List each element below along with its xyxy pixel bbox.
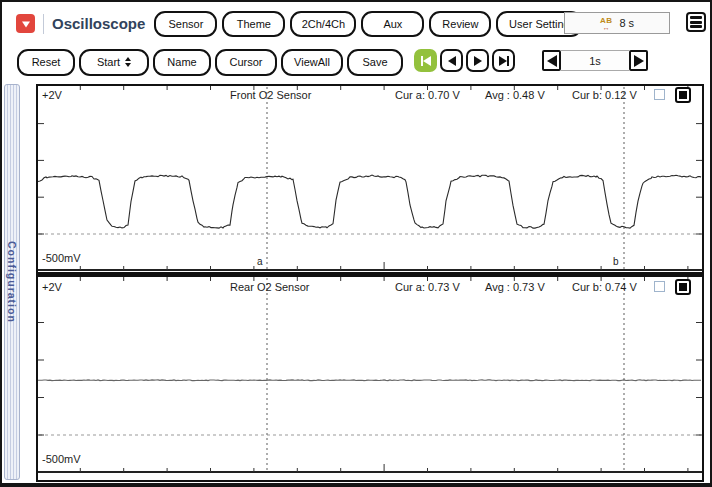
ch1-avg-value: Avg : 0.48 V bbox=[485, 89, 545, 101]
review-button[interactable]: Review bbox=[429, 11, 491, 37]
timebase-decrease-button[interactable] bbox=[542, 50, 561, 71]
channel-mode-button[interactable]: 2Ch/4Ch bbox=[290, 11, 356, 37]
ch1-checkbox[interactable] bbox=[654, 89, 665, 100]
name-button[interactable]: Name bbox=[153, 49, 211, 76]
sensor-button[interactable]: Sensor bbox=[154, 11, 217, 37]
step-back-icon bbox=[448, 56, 456, 66]
scope-display: +2V Front O2 Sensor Cur a: 0.70 V Avg : … bbox=[36, 84, 704, 482]
ch1-range-bottom-label: -500mV bbox=[42, 252, 81, 264]
ab-time-readout: AB ↔ 8 s bbox=[564, 12, 670, 34]
aux-button[interactable]: Aux bbox=[361, 11, 424, 37]
ch1-cursor-a-value: Cur a: 0.70 V bbox=[395, 89, 460, 101]
ab-time-value: 8 s bbox=[619, 17, 634, 29]
timebase-selector: 1s bbox=[542, 50, 648, 71]
ch2-channel-button[interactable] bbox=[675, 279, 691, 295]
ch1-cursor-b-value: Cur b: 0.12 V bbox=[572, 89, 637, 101]
title-divider bbox=[43, 14, 44, 34]
ch2-cursor-b-value: Cur b: 0.74 V bbox=[572, 281, 637, 293]
timebase-increase-button[interactable] bbox=[629, 50, 648, 71]
start-select-button[interactable]: Start bbox=[79, 49, 149, 76]
go-last-button[interactable] bbox=[492, 49, 515, 72]
timebase-value[interactable]: 1s bbox=[561, 50, 629, 71]
left-arrow-icon bbox=[547, 55, 557, 67]
ab-cursor-span-icon: AB ↔ bbox=[600, 17, 613, 30]
ch2-cursor-a-value: Cur a: 0.73 V bbox=[395, 281, 460, 293]
ch1-channel-button[interactable] bbox=[675, 87, 691, 103]
up-down-spinner-icon bbox=[125, 57, 131, 67]
right-arrow-icon bbox=[634, 55, 644, 67]
app-title: Oscilloscope bbox=[52, 15, 145, 32]
go-last-icon bbox=[499, 56, 507, 66]
ch2-title: Rear O2 Sensor bbox=[230, 281, 309, 293]
reset-button[interactable]: Reset bbox=[17, 49, 75, 76]
theme-button[interactable]: Theme bbox=[222, 11, 285, 37]
menu-list-icon[interactable] bbox=[686, 12, 706, 32]
ch1-range-top-label: +2V bbox=[42, 89, 62, 101]
control-toolbar: Reset Start Name Cursor ViewAll Save bbox=[17, 48, 407, 76]
ch2-checkbox[interactable] bbox=[654, 281, 665, 292]
ch2-avg-value: Avg : 0.73 V bbox=[485, 281, 545, 293]
ch2-range-top-label: +2V bbox=[42, 281, 62, 293]
step-forward-button[interactable] bbox=[466, 49, 489, 72]
go-first-button[interactable] bbox=[414, 49, 437, 72]
playback-controls bbox=[414, 49, 518, 72]
cursor-a-marker: a bbox=[257, 256, 263, 267]
front-o2-scope-plot[interactable] bbox=[38, 86, 702, 276]
cursor-button[interactable]: Cursor bbox=[215, 49, 277, 76]
step-back-button[interactable] bbox=[440, 49, 463, 72]
configuration-tab[interactable]: Configuration bbox=[4, 84, 20, 480]
ch2-range-bottom-label: -500mV bbox=[42, 453, 81, 465]
viewall-button[interactable]: ViewAll bbox=[281, 49, 343, 76]
configuration-tab-label: Configuration bbox=[6, 241, 18, 323]
app-dropdown-icon[interactable] bbox=[16, 14, 35, 33]
oscilloscope-window: Oscilloscope Sensor Theme 2Ch/4Ch Aux Re… bbox=[0, 0, 712, 487]
step-forward-icon bbox=[474, 56, 482, 66]
ch1-title: Front O2 Sensor bbox=[230, 89, 311, 101]
top-toolbar: Oscilloscope Sensor Theme 2Ch/4Ch Aux Re… bbox=[12, 10, 582, 37]
rear-o2-scope-plot[interactable] bbox=[38, 277, 702, 478]
cursor-b-marker: b bbox=[613, 256, 619, 267]
save-button[interactable]: Save bbox=[347, 49, 403, 76]
